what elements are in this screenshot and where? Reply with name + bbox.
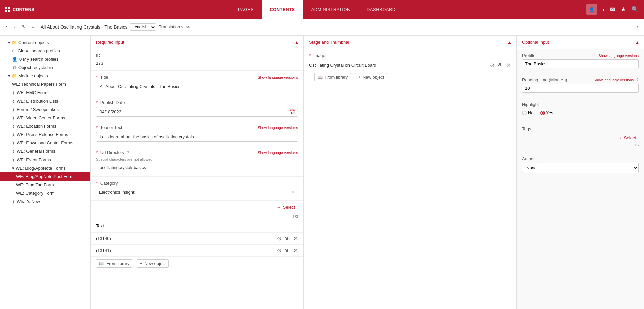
text-section-header: Text [91,219,303,233]
highlight-yes-option[interactable]: Yes [540,110,553,115]
reading-time-help-icon[interactable]: ? [636,78,639,82]
user-avatar[interactable]: 👤 [586,4,597,15]
new-object-btn-text[interactable]: + New object [137,259,169,268]
text-id-13141: (13141) [96,248,111,253]
sidebar-item-event[interactable]: ❯ WE: Event Forms [0,156,90,164]
check-circle-icon-img[interactable]: ⊙ [490,62,494,68]
image-section: * Image Oscillating Crystal on Circuit B… [304,49,516,88]
nav-contents[interactable]: CONTENTS [262,0,303,19]
calendar-icon[interactable]: 📅 [289,109,295,115]
chevron-right-video: ❯ [12,116,15,120]
text-item-actions-13141: ⊙ 👁 ✕ [277,247,298,254]
url-input[interactable] [96,163,298,172]
arrow-right-icon: → [277,205,281,210]
url-show-lang-btn[interactable]: Show language versions [258,151,298,155]
recycle-icon: 🗑 [12,65,16,70]
teaser-show-lang-btn[interactable]: Show language versions [258,126,298,130]
close-icon-1[interactable]: ✕ [293,235,298,242]
title-show-lang-btn[interactable]: Show language versions [258,75,298,79]
sidebar-item-video[interactable]: ❯ WE: Video Center Forms [0,114,90,122]
optional-input-collapse-btn[interactable]: ▴ [636,39,639,45]
sidebar-item-blog-post-form[interactable]: WE: Blog/AppNote Post Form [0,172,90,181]
sidebar-item-general[interactable]: ❯ WE: General Forms [0,147,90,156]
star-icon[interactable]: ★ [621,6,626,13]
pretitle-input[interactable] [522,59,639,68]
sidebar-item-press[interactable]: ❯ WE: Press Release Forms [0,130,90,139]
secondary-toolbar: ‹ ⌂ ↻ ≡ All About Oscillating Crystals -… [0,19,644,36]
highlight-no-radio[interactable] [522,111,527,115]
nav-pages[interactable]: PAGES [230,0,262,19]
title-input[interactable] [96,82,298,91]
sidebar-item-location[interactable]: ❯ WE: Location Forms [0,122,90,130]
collapse-sidebar-btn[interactable]: ‹ [5,24,7,30]
translation-view-label[interactable]: Translation view [159,24,190,29]
avatar-chevron[interactable]: ▾ [602,7,605,12]
plus-icon-stage: + [358,75,361,80]
from-library-btn-stage[interactable]: 📖 From library [314,73,351,81]
close-icon-2[interactable]: ✕ [293,247,298,254]
top-navigation: CONTENS PAGES CONTENTS ADMINISTRATION DA… [0,0,644,19]
text-item-actions-13140: ⊙ 👁 ✕ [277,235,298,242]
category-required: * [96,181,98,186]
required-input-title: Required input [96,40,124,45]
sidebar-item-whats-new[interactable]: ❯ What's New [0,197,90,206]
sidebar-item-emc-forms[interactable]: ❯ WE: EMC Forms [0,88,90,97]
check-circle-icon-2[interactable]: ⊙ [277,247,281,254]
reading-time-show-lang-btn[interactable]: Show language versions [593,78,634,82]
highlight-yes-radio[interactable] [540,111,545,115]
sidebar-section-content-objects[interactable]: ▾ 📁 Content objects [0,38,90,47]
sidebar-item-global-search[interactable]: ⊙ Global search profiles [0,47,90,55]
eye-icon-1[interactable]: 👁 [285,236,290,242]
sidebar-item-technical-papers[interactable]: WE: Technical Papers Form [0,80,90,88]
eye-icon-img[interactable]: 👁 [498,62,503,68]
chevron-down-icon-2: ▾ [8,73,10,78]
url-help-icon[interactable]: ? [127,150,129,155]
chevron-right-gen: ❯ [12,149,15,153]
menu-icon[interactable]: ≡ [31,24,34,29]
nav-administration[interactable]: ADMINISTRATION [303,0,359,19]
author-select[interactable]: None [522,163,639,173]
sidebar-section-module-objects[interactable]: ▾ 📁 Module objects [0,72,90,80]
nav-dashboard[interactable]: DASHBOARD [359,0,404,19]
mail-icon[interactable]: ✉ [610,6,615,13]
sidebar-item-my-search[interactable]: 👤 0 My search profiles [0,55,90,63]
global-search-label: Global search profiles [18,48,60,53]
from-library-btn-text[interactable]: 📖 From library [96,259,132,268]
eye-icon-2[interactable]: 👁 [285,248,290,254]
sidebar-item-forms[interactable]: ❯ Forms / Sweepstakes [0,105,90,114]
sidebar-label: WE: Location Forms [17,124,56,129]
home-icon[interactable]: ⌂ [14,24,17,29]
sidebar-label: Forms / Sweepstakes [17,107,59,112]
text-item-13140: (13140) ⊙ 👁 ✕ [91,233,303,245]
pretitle-show-lang-btn[interactable]: Show language versions [598,54,639,58]
category-select-btn[interactable]: → Select [274,203,298,211]
stage-thumbnail-collapse-btn[interactable]: ▴ [508,39,511,45]
publish-date-input[interactable] [96,107,298,117]
chevron-right-new: ❯ [12,200,15,203]
collapse-right-btn[interactable]: › [637,23,639,30]
sidebar-item-recycle[interactable]: 🗑 Object recycle bin [0,63,90,72]
nav-right-actions: 👤 ▾ ✉ ★ 🔍 [586,4,639,15]
chevron-right-dl: ❯ [12,141,15,145]
teaser-input[interactable] [96,132,298,142]
check-circle-icon-1[interactable]: ⊙ [277,235,281,242]
highlight-no-option[interactable]: No [522,110,534,115]
search-icon[interactable]: 🔍 [631,6,639,13]
required-input-collapse-btn[interactable]: ▴ [295,39,298,45]
my-search-label: 0 My search profiles [19,57,58,62]
chevron-down-blog: ▾ [12,166,14,171]
language-select[interactable]: english [130,23,156,31]
sidebar-item-blog-appnote[interactable]: ▾ WE: Blog/AppNote Forms [0,164,90,172]
reading-time-input[interactable] [522,84,639,93]
tags-select-btn[interactable]: → Select [615,134,639,142]
sidebar-item-category[interactable]: WE: Category Form [0,189,90,197]
app-logo[interactable]: CONTENS [5,7,34,12]
category-remove-btn[interactable]: ✕ [291,189,295,195]
refresh-icon[interactable]: ↻ [22,24,26,29]
close-icon-img[interactable]: ✕ [506,62,511,68]
stage-action-buttons: 📖 From library + New object [309,70,511,84]
sidebar-item-distribution[interactable]: ❯ WE: Distribution Lists [0,97,90,105]
sidebar-item-download[interactable]: ❯ WE: Download Center Forms [0,139,90,147]
new-object-btn-stage[interactable]: + New object [355,73,387,81]
sidebar-item-blog-tag[interactable]: WE: Blog Tag Form [0,181,90,189]
